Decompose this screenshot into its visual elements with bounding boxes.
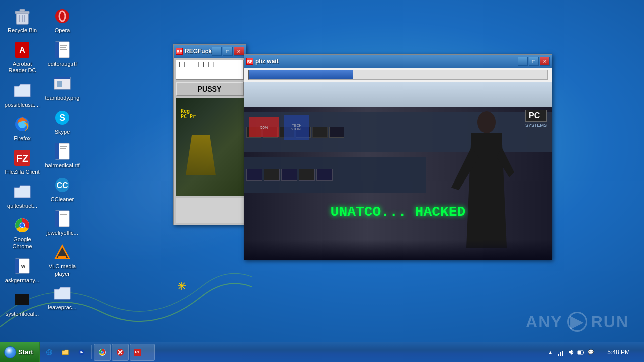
tray-battery-icon[interactable] bbox=[577, 348, 585, 356]
plizwait-window: RF pliz wait _ □ ✕ bbox=[244, 54, 552, 260]
chrome-label: Google Chrome bbox=[4, 236, 40, 249]
desktop-icon-hairmedical[interactable]: hairmedical.rtf bbox=[42, 139, 83, 171]
svg-rect-66 bbox=[578, 351, 581, 354]
filezilla-label: FileZilla Client bbox=[5, 169, 39, 175]
plizwait-progress-bar bbox=[249, 70, 353, 79]
filezilla-icon: FZ bbox=[12, 148, 32, 168]
ccleaner-icon: CC bbox=[52, 175, 72, 195]
quitestruct-label: quitestruct... bbox=[7, 203, 37, 209]
show-desktop-button[interactable] bbox=[637, 342, 641, 362]
firefox-icon bbox=[12, 114, 32, 134]
recycle-bin-icon bbox=[12, 6, 32, 26]
hairmedical-label: hairmedical.rtf bbox=[45, 162, 79, 169]
desktop-icon-possibleusa[interactable]: possibleusa.... bbox=[2, 78, 42, 110]
svg-rect-42 bbox=[58, 256, 66, 258]
plizwait-progress-container bbox=[248, 70, 548, 80]
acrobat-label: Acrobat Reader DC bbox=[4, 61, 40, 74]
tray-network-icon[interactable] bbox=[556, 348, 565, 356]
desktop-icon-quitestruct[interactable]: quitestruct... bbox=[2, 179, 42, 211]
svg-marker-63 bbox=[569, 350, 572, 355]
recycle-bin-label: Recycle Bin bbox=[8, 27, 37, 34]
taskbar-explorer-icon[interactable] bbox=[58, 344, 73, 361]
desktop-icon-skype[interactable]: S Skype bbox=[42, 106, 83, 137]
svg-rect-35 bbox=[60, 146, 67, 147]
watermark-any: ANY bbox=[526, 313, 563, 331]
plizwait-logo: RF bbox=[246, 58, 253, 65]
regfuck-title: REGFuck bbox=[185, 48, 212, 55]
regfuck-image: RegPC Pr bbox=[176, 98, 244, 196]
regfuck-maximize-button[interactable]: □ bbox=[223, 47, 233, 56]
system-tray: ▲ bbox=[543, 342, 644, 362]
jewelryoffic-label: jewelryoffic... bbox=[46, 230, 78, 236]
regfuck-minimize-button[interactable]: _ bbox=[212, 47, 222, 56]
taskbar-chrome-item[interactable] bbox=[94, 344, 111, 361]
tray-show-hidden-button[interactable]: ▲ bbox=[546, 348, 554, 356]
plizwait-close-button[interactable]: ✕ bbox=[540, 57, 550, 66]
hacked-text: UNATCO... HACKED bbox=[331, 204, 466, 220]
video-display: PC SYSTEMS 50% TECHSTORE UNATCO... HACKE… bbox=[244, 82, 552, 260]
firefox-label: Firefox bbox=[14, 135, 31, 142]
desktop-icons-container: Recycle Bin A Acrobat Reader DC possible… bbox=[0, 0, 85, 342]
chrome-icon bbox=[12, 215, 32, 235]
tray-notification-icon[interactable]: 💬 bbox=[587, 348, 595, 356]
plizwait-controls: _ □ ✕ bbox=[518, 57, 550, 66]
desktop-icon-opera[interactable]: Opera bbox=[42, 4, 83, 36]
possibleusa-label: possibleusa.... bbox=[5, 102, 40, 108]
desktop-icon-systemlocal[interactable]: systemlocal... bbox=[2, 288, 42, 319]
svg-rect-62 bbox=[562, 351, 564, 356]
taskbar-items: RF bbox=[40, 342, 544, 362]
svg-text:FZ: FZ bbox=[16, 153, 28, 164]
plizwait-minimize-button[interactable]: _ bbox=[518, 57, 528, 66]
taskbar-antivirus-item[interactable] bbox=[112, 344, 129, 361]
start-button[interactable]: Start bbox=[0, 342, 40, 363]
taskbar: Start bbox=[0, 342, 644, 362]
askgermany-icon: W bbox=[12, 256, 32, 276]
clock-time: 5:48 PM bbox=[607, 349, 630, 356]
hairmedical-icon bbox=[52, 141, 72, 161]
desktop-icon-firefox[interactable]: Firefox bbox=[2, 112, 42, 144]
svg-rect-36 bbox=[60, 148, 66, 149]
desktop-icon-acrobat[interactable]: A Acrobat Reader DC bbox=[2, 38, 42, 76]
regfuck-close-button[interactable]: ✕ bbox=[234, 47, 244, 56]
desktop-icon-askgermany[interactable]: W askgermany... bbox=[2, 254, 42, 286]
plizwait-maximize-button[interactable]: □ bbox=[529, 57, 539, 66]
svg-text:CC: CC bbox=[56, 181, 68, 190]
video-scene: PC SYSTEMS 50% TECHSTORE UNATCO... HACKE… bbox=[244, 82, 552, 260]
desktop-icon-recycle-bin[interactable]: Recycle Bin bbox=[2, 4, 42, 36]
desktop-icon-jewelryoffic[interactable]: jewelryoffic... bbox=[42, 207, 83, 238]
svg-text:A: A bbox=[19, 46, 25, 54]
desktop-icon-chrome[interactable]: Google Chrome bbox=[2, 213, 42, 251]
opera-icon bbox=[52, 6, 72, 26]
regfuck-controls: _ □ ✕ bbox=[212, 47, 244, 56]
taskbar-wmp-icon[interactable] bbox=[74, 344, 89, 361]
plizwait-title: pliz wait bbox=[255, 58, 518, 65]
opera-label: Opera bbox=[55, 27, 70, 34]
desktop-icon-ccleaner[interactable]: CC CCleaner bbox=[42, 173, 83, 205]
editoraug-label: editoraug.rtf bbox=[48, 61, 77, 67]
desktop: ANY ▶ RUN Recycle Bin bbox=[0, 0, 644, 362]
desktop-icon-leaveprac[interactable]: leaveprac... bbox=[42, 281, 83, 313]
svg-rect-34 bbox=[55, 143, 59, 159]
tray-volume-icon[interactable] bbox=[567, 348, 575, 356]
desktop-icon-teambody[interactable]: teambody.png bbox=[42, 71, 83, 103]
taskbar-ie-icon[interactable] bbox=[42, 344, 57, 361]
svg-text:W: W bbox=[21, 264, 26, 269]
regfuck-titlebar[interactable]: RF REGFuck _ □ ✕ bbox=[174, 45, 246, 58]
desktop-icon-editoraug[interactable]: editoraug.rtf bbox=[42, 38, 83, 69]
askgermany-label: askgermany... bbox=[5, 277, 39, 284]
svg-rect-27 bbox=[60, 49, 67, 50]
desktop-icon-vlc[interactable]: VLC media player bbox=[42, 240, 83, 279]
acrobat-icon: A bbox=[12, 40, 32, 60]
desktop-cursor bbox=[177, 281, 187, 291]
plizwait-titlebar[interactable]: RF pliz wait _ □ ✕ bbox=[244, 55, 552, 68]
desktop-icon-filezilla[interactable]: FZ FileZilla Client bbox=[2, 146, 42, 177]
svg-rect-65 bbox=[583, 352, 584, 353]
anyrun-watermark: ANY ▶ RUN bbox=[526, 312, 629, 332]
taskbar-rf-item[interactable]: RF bbox=[130, 344, 155, 361]
svg-rect-24 bbox=[55, 42, 59, 58]
system-clock[interactable]: 5:48 PM bbox=[605, 349, 632, 356]
teambody-icon bbox=[52, 73, 72, 94]
pussy-button[interactable]: PUSSY bbox=[176, 82, 244, 96]
anyrun-play-icon: ▶ bbox=[567, 312, 587, 332]
skype-icon: S bbox=[52, 108, 72, 128]
